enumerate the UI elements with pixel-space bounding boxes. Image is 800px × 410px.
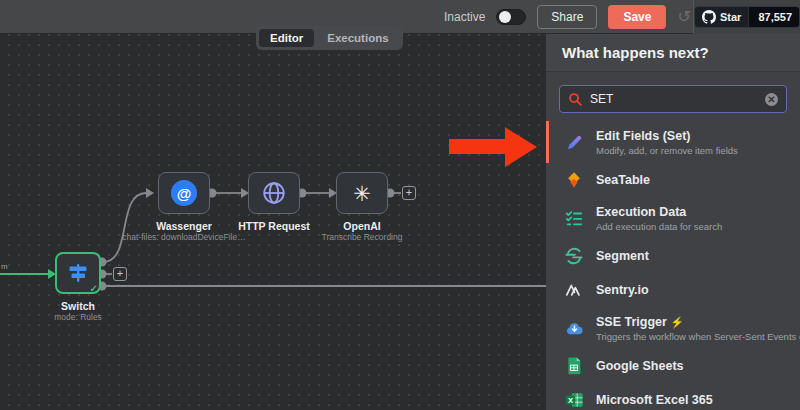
segment-icon (564, 246, 584, 266)
search-icon (568, 92, 583, 107)
seatable-icon (564, 170, 584, 190)
workflow-canvas[interactable]: m @ Wassenger chat-files: downloadDevice… (0, 34, 546, 410)
n8n-editor-window: m @ Wassenger chat-files: downloadDevice… (0, 0, 800, 410)
node-search-input[interactable] (590, 86, 758, 112)
execution-data-icon (564, 208, 584, 228)
pencil-icon (564, 132, 584, 152)
node-openai-label: OpenAI (297, 220, 427, 232)
list-item-seatable[interactable]: SeaTable (546, 163, 800, 197)
share-button[interactable]: Share (537, 5, 597, 29)
list-item-microsoft-excel[interactable]: X Microsoft Excel 365 (546, 383, 800, 410)
github-star-label: Star (720, 11, 741, 23)
list-item-google-sheets[interactable]: Google Sheets (546, 349, 800, 383)
list-item-edit-fields-set[interactable]: Edit Fields (Set) Modify, add, or remove… (546, 121, 800, 163)
edge-label-fragment: m (1, 262, 8, 271)
history-icon[interactable]: ↺ (677, 9, 690, 25)
item-subtitle: Triggers the workflow when Server-Sent E… (596, 331, 790, 342)
list-item-sentry[interactable]: Sentry.io (546, 273, 800, 307)
list-item-segment[interactable]: Segment (546, 239, 800, 273)
node-list[interactable]: Edit Fields (Set) Modify, add, or remove… (546, 121, 800, 410)
panel-title: What happens next? (546, 34, 800, 72)
github-icon (702, 10, 716, 24)
item-title: Microsoft Excel 365 (596, 393, 713, 407)
node-http-request[interactable] (248, 172, 300, 214)
item-title: SeaTable (596, 173, 650, 187)
active-toggle[interactable] (496, 9, 526, 25)
excel-icon: X (564, 390, 584, 410)
workflow-status-label: Inactive (444, 10, 485, 24)
wassenger-icon: @ (171, 180, 197, 206)
list-item-execution-data[interactable]: Execution Data Add execution data for se… (546, 197, 800, 239)
item-title: Google Sheets (596, 359, 684, 373)
nodes-panel: What happens next? ✕ (546, 34, 800, 410)
item-title: Edit Fields (Set) (596, 129, 738, 143)
node-wassenger[interactable]: @ (158, 172, 210, 214)
globe-icon (261, 180, 287, 206)
node-switch[interactable]: ✓ (55, 252, 101, 294)
add-node-button-switch[interactable]: + (113, 267, 127, 281)
google-sheets-icon (564, 356, 584, 376)
node-switch-subtitle: mode: Rules (3, 312, 153, 322)
item-title: Sentry.io (596, 283, 649, 297)
topbar-right-section: Star 87,557 (693, 0, 800, 34)
github-star-count: 87,557 (748, 7, 800, 27)
tab-executions[interactable]: Executions (316, 29, 399, 47)
list-item-sse-trigger[interactable]: SSE Trigger ⚡ Triggers the workflow when… (546, 307, 800, 349)
github-star-widget[interactable]: Star 87,557 (694, 6, 800, 28)
node-wassenger-subtitle: chat-files: downloadDeviceFile… (109, 232, 259, 242)
toggle-knob (499, 11, 511, 23)
openai-icon: ✳ (353, 183, 371, 204)
item-title: SSE Trigger ⚡ (596, 315, 790, 329)
node-search-box: ✕ (559, 85, 787, 113)
tab-editor[interactable]: Editor (259, 29, 314, 47)
node-openai[interactable]: ✳ (336, 172, 388, 214)
switch-icon (66, 261, 90, 285)
item-subtitle: Add execution data for search (596, 221, 722, 232)
node-switch-label: Switch (13, 300, 143, 312)
item-subtitle: Modify, add, or remove item fields (596, 145, 738, 156)
trigger-bolt-icon: ⚡ (670, 316, 684, 328)
sentry-icon (564, 280, 584, 300)
add-node-button-openai[interactable]: + (402, 186, 416, 200)
save-button[interactable]: Save (608, 5, 666, 29)
view-tabs: Editor Executions (256, 26, 403, 50)
clear-search-icon[interactable]: ✕ (765, 93, 778, 106)
item-title: Execution Data (596, 205, 722, 219)
cloud-download-icon (564, 318, 584, 338)
node-openai-subtitle: Transcribe Recording (287, 232, 437, 242)
svg-text:X: X (567, 396, 573, 405)
success-check-icon: ✓ (90, 283, 98, 294)
item-title: Segment (596, 249, 649, 263)
